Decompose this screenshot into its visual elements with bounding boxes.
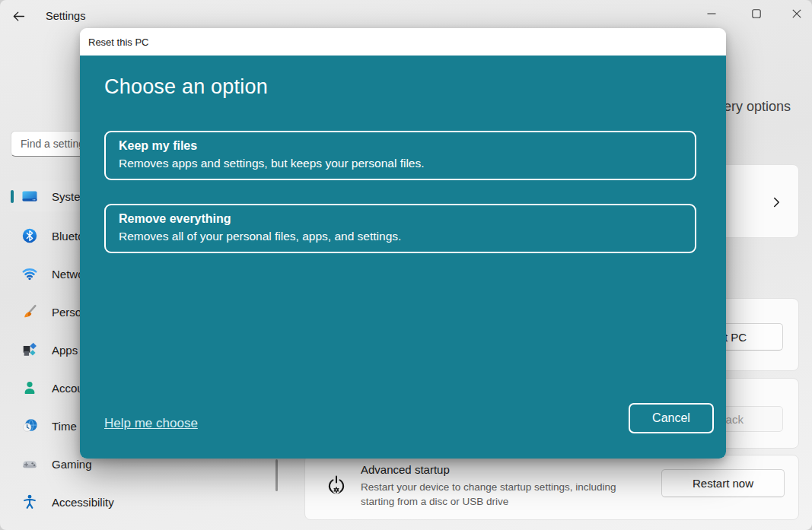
close-button[interactable] xyxy=(781,0,812,27)
selected-accent-pill xyxy=(11,190,14,203)
wifi-icon xyxy=(21,265,38,282)
person-icon xyxy=(21,379,38,396)
help-me-choose-link[interactable]: Help me choose xyxy=(104,416,198,431)
apps-icon xyxy=(21,341,38,358)
dialog-body: Choose an option Keep my files Removes a… xyxy=(80,56,726,459)
option-remove-everything[interactable]: Remove everything Removes all of your pe… xyxy=(104,204,696,253)
bluetooth-icon xyxy=(21,227,38,244)
system-icon xyxy=(21,188,38,205)
maximize-icon xyxy=(752,9,761,18)
sidebar-scrollbar[interactable] xyxy=(275,459,278,491)
sidebar-item-label: Gaming xyxy=(52,458,92,471)
minimize-button[interactable] xyxy=(694,0,729,27)
window-title: Settings xyxy=(46,10,85,22)
restart-now-button[interactable]: Restart now xyxy=(661,469,785,497)
dialog-heading: Choose an option xyxy=(104,75,268,99)
sidebar-item-accessibility[interactable]: Accessibility xyxy=(10,487,263,517)
brush-icon xyxy=(21,303,38,320)
reset-pc-dialog: Reset this PC Choose an option Keep my f… xyxy=(80,28,726,459)
option-title: Remove everything xyxy=(119,211,682,227)
sidebar-item-label: Apps xyxy=(52,344,78,357)
clock-globe-icon xyxy=(21,417,38,434)
sidebar-item-label: Accessibility xyxy=(52,496,114,509)
chevron-right-icon xyxy=(768,194,785,211)
option-list: Keep my files Removes apps and settings,… xyxy=(104,131,696,277)
settings-window: Settings System xyxy=(0,0,812,530)
advanced-startup-description: Restart your device to change startup se… xyxy=(361,480,623,509)
minimize-icon xyxy=(707,9,716,18)
close-icon xyxy=(792,9,801,18)
cancel-button[interactable]: Cancel xyxy=(629,403,714,433)
back-button[interactable] xyxy=(8,6,29,26)
option-title: Keep my files xyxy=(119,138,682,154)
advanced-startup-card: Advanced startup Restart your device to … xyxy=(304,455,799,520)
dialog-title: Reset this PC xyxy=(88,36,148,48)
option-keep-my-files[interactable]: Keep my files Removes apps and settings,… xyxy=(104,131,696,180)
back-arrow-icon xyxy=(11,10,26,23)
dialog-titlebar: Reset this PC xyxy=(80,28,726,56)
advanced-startup-title: Advanced startup xyxy=(361,463,450,476)
accessibility-icon xyxy=(21,494,38,510)
maximize-button[interactable] xyxy=(739,0,774,27)
gamepad-icon xyxy=(21,455,38,472)
option-description: Removes all of your personal files, apps… xyxy=(119,228,682,244)
option-description: Removes apps and settings, but keeps you… xyxy=(119,155,682,171)
power-gear-icon xyxy=(325,474,348,497)
